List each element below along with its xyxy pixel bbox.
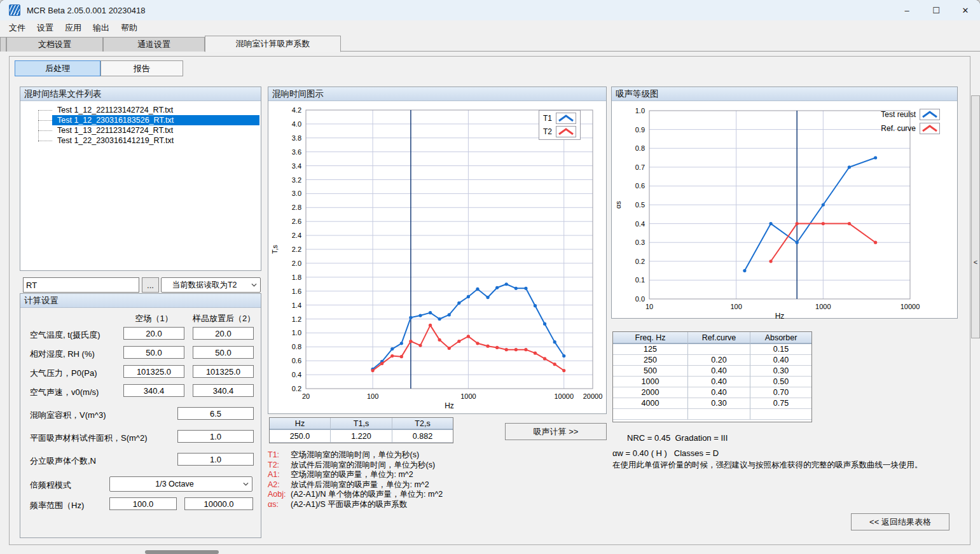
file-list-title: 混时间结果文件列表: [20, 87, 261, 101]
humidity-field-2[interactable]: [193, 346, 254, 359]
close-button[interactable]: ✕: [951, 0, 980, 20]
svg-text:0.8: 0.8: [635, 144, 645, 152]
file-item[interactable]: Test 1_13_221123142724_RT.txt: [20, 125, 261, 135]
collapse-left-icon: <: [974, 258, 977, 338]
file-list: Test 1_12_221123142724_RT.txt Test 1_12_…: [20, 101, 261, 270]
file-item[interactable]: Test 1_12_221123142724_RT.txt: [20, 105, 261, 115]
app-icon: [9, 4, 20, 16]
svg-text:0.2: 0.2: [635, 258, 645, 265]
column-header-empty-room: 空场（1）: [123, 313, 184, 324]
svg-text:0.3: 0.3: [635, 239, 645, 246]
sample-area-field[interactable]: [177, 430, 254, 443]
svg-text:αs: αs: [614, 201, 622, 209]
tab-document-settings[interactable]: 文档设置: [6, 37, 103, 52]
absorption-calc-button[interactable]: 吸声计算 >>: [505, 423, 607, 440]
svg-text:1.4: 1.4: [292, 301, 301, 309]
sound-speed-field-1[interactable]: [123, 384, 184, 397]
svg-text:Hz: Hz: [775, 312, 785, 319]
svg-text:1.2: 1.2: [292, 315, 301, 323]
svg-text:3.0: 3.0: [292, 190, 301, 197]
menu-output[interactable]: 输出: [89, 20, 117, 36]
svg-text:0.2: 0.2: [292, 385, 301, 392]
subtab-report[interactable]: 报告: [100, 60, 183, 76]
svg-text:0.8: 0.8: [292, 343, 301, 350]
svg-text:2.4: 2.4: [292, 232, 301, 239]
data-read-combo[interactable]: 当前数据读取为T2: [161, 277, 261, 293]
test-result-curve-icon: [920, 109, 940, 120]
tab-strip: 文档设置 通道设置 混响室计算吸声系数: [0, 36, 980, 52]
svg-text:1.0: 1.0: [635, 107, 645, 114]
field-label-pressure: 大气压力，P0(Pa): [30, 368, 97, 379]
svg-text:100: 100: [367, 392, 378, 400]
window-controls: – ☐ ✕: [892, 0, 980, 20]
tree-twig: [38, 141, 52, 141]
grade-chart-group: 吸声等级图 0.00.10.20.30.40.50.60.70.80.91.01…: [611, 87, 958, 319]
freq-min-field[interactable]: [109, 497, 177, 510]
svg-text:3.8: 3.8: [292, 134, 301, 142]
horizontal-scrollbar-thumb[interactable]: [145, 550, 219, 554]
temp-field-1[interactable]: [123, 327, 184, 340]
svg-text:T,s: T,s: [271, 244, 279, 254]
rt-name-input[interactable]: [23, 277, 139, 293]
svg-text:100: 100: [730, 303, 742, 310]
ref-curve-icon: [920, 123, 940, 134]
svg-text:0.6: 0.6: [292, 357, 301, 364]
octave-mode-combo[interactable]: 1/3 Octave: [109, 476, 252, 492]
maximize-button[interactable]: ☐: [921, 0, 951, 20]
field-label-sample-area: 平面吸声材料试件面积，S(m^2): [30, 433, 148, 444]
grade-chart-legend: Test reulst Ref. curve: [881, 109, 940, 134]
t2-curve-icon: [556, 126, 576, 137]
svg-text:2.8: 2.8: [292, 204, 301, 211]
sound-speed-field-2[interactable]: [193, 384, 254, 397]
svg-text:1000: 1000: [460, 392, 476, 400]
file-item[interactable]: Test 1_22_230316141219_RT.txt: [20, 135, 261, 146]
rt-chart-group: 混响时间图示 0.20.40.60.81.01.21.41.61.82.02.2…: [268, 87, 607, 414]
title-bar: MCR Beta 2.05.0.001 20230418 – ☐ ✕: [0, 0, 980, 20]
calc-settings-group: 计算设置 空场（1） 样品放置后（2） 空气温度, t(摄氏度) 相对湿度, R…: [20, 293, 261, 538]
file-item-selected[interactable]: Test 1_12_230316183526_RT.txt: [20, 115, 261, 125]
nrc-result-text: NRC = 0.45 Gradation = III: [627, 433, 728, 443]
tree-twig: [38, 110, 52, 111]
aw-result-text: αw = 0.40 ( H ) Classes = D: [612, 448, 719, 458]
tab-reverb-absorption[interactable]: 混响室计算吸声系数: [205, 36, 341, 52]
rt-value-table: Hz T1,s T2,s 250.0 1.220 0.882: [269, 417, 453, 443]
menu-file[interactable]: 文件: [5, 20, 33, 36]
rt-chart-title: 混响时间图示: [268, 87, 606, 101]
freq-max-field[interactable]: [184, 497, 253, 510]
field-label-absorber-count: 分立吸声体个数,N: [30, 455, 96, 467]
absorber-count-field[interactable]: [177, 453, 254, 466]
tree-line: [38, 110, 39, 142]
calc-settings-title: 计算设置: [20, 294, 261, 308]
grade-chart-area: 0.00.10.20.30.40.50.60.70.80.91.01010010…: [612, 101, 957, 318]
notes-block: T1:空场混响室的混响时间，单位为秒(s) T2:放试件后混响室的混响时间，单位…: [268, 450, 535, 509]
svg-text:0.0: 0.0: [635, 295, 645, 303]
subtab-postprocess[interactable]: 后处理: [15, 60, 100, 76]
collapse-splitter[interactable]: <: [971, 95, 980, 338]
tab-channel-settings[interactable]: 通道设置: [103, 37, 205, 52]
temp-field-2[interactable]: [193, 327, 254, 340]
rt-chart-area: 0.20.40.60.81.01.21.41.61.82.02.22.42.62…: [268, 101, 606, 413]
file-list-group: 混时间结果文件列表 Test 1_12_221123142724_RT.txt …: [20, 87, 261, 271]
humidity-field-1[interactable]: [123, 346, 184, 359]
room-volume-field[interactable]: [177, 407, 254, 420]
menu-apply[interactable]: 应用: [61, 20, 89, 36]
back-to-results-button[interactable]: << 返回结果表格: [851, 513, 949, 530]
svg-text:10000: 10000: [554, 392, 574, 400]
svg-text:2.0: 2.0: [292, 260, 301, 267]
svg-text:3.2: 3.2: [292, 176, 301, 184]
menu-settings[interactable]: 设置: [33, 20, 61, 36]
minimize-button[interactable]: –: [892, 0, 921, 20]
svg-text:0.9: 0.9: [635, 126, 645, 134]
browse-button[interactable]: ...: [142, 277, 159, 293]
svg-text:1.0: 1.0: [292, 329, 301, 336]
svg-text:0.4: 0.4: [635, 220, 645, 228]
menu-help[interactable]: 帮助: [117, 20, 145, 36]
svg-text:3.4: 3.4: [292, 162, 301, 170]
column-header-with-sample: 样品放置后（2）: [189, 313, 259, 324]
field-label-temp: 空气温度, t(摄氏度): [30, 329, 100, 341]
pressure-field-1[interactable]: [123, 365, 184, 378]
rt-chart-legend: T1 T2: [539, 110, 581, 140]
svg-text:1.6: 1.6: [292, 287, 301, 295]
chevron-down-icon: [247, 283, 260, 287]
pressure-field-2[interactable]: [193, 365, 254, 378]
